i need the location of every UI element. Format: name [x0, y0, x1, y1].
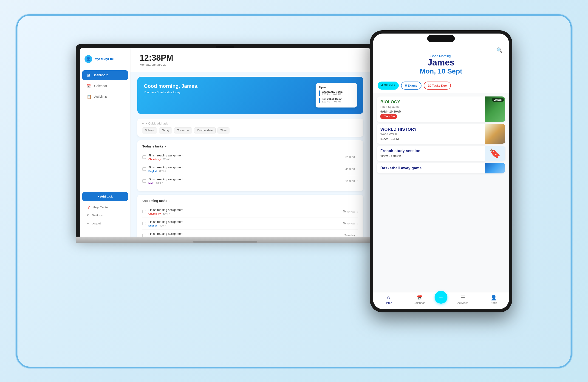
top-bar: 12:38PM Monday, January 29	[130, 48, 370, 72]
history-image	[485, 124, 505, 144]
basketball-content: Basketball away game	[377, 163, 485, 173]
phone-body: 🔍 Good Morning! James Mon, 10 Sept 4 Cla…	[370, 30, 512, 312]
search-icon[interactable]: 🔍	[379, 47, 503, 53]
upcoming-tasks-header: Upcoming tasks ›	[142, 199, 358, 203]
activities-icon: 📋	[87, 95, 91, 99]
task-arrow-u3: ›	[357, 233, 358, 237]
table-row: Finish reading assignment Chemistry 80%↗…	[142, 151, 358, 163]
task-checkbox-2[interactable]	[142, 167, 146, 171]
main-scroll: Good morning, James. You have 3 tasks du…	[130, 72, 370, 237]
stat-tasks-label: 10 Tasks Due	[428, 84, 447, 87]
list-item[interactable]: French study session 12PM - 1.30PM 🔖	[377, 146, 505, 161]
task-progress-1: 80%↗	[163, 158, 170, 161]
task-subject-u2: English	[148, 224, 158, 227]
phone-name: James	[379, 58, 503, 67]
biology-content: BIOLOGY Plant Systems 9AM - 10.30AM 1 Ta…	[377, 96, 485, 122]
upcoming-tasks-section: Upcoming tasks › Finish reading assignme…	[137, 195, 363, 237]
quick-add-input[interactable]: + + Quick add task	[142, 122, 359, 125]
scene: 👤 MyStudyLife ⊞ Dashboard 📅 Calendar	[76, 30, 512, 352]
task-subject-2: English	[148, 170, 158, 172]
biology-time: 9AM - 10.30AM	[380, 110, 481, 113]
settings-label: Settings	[92, 214, 103, 217]
add-task-button[interactable]: + Add task	[82, 192, 128, 201]
phone-nav-profile[interactable]: 👤 Profile	[478, 295, 509, 305]
task-time-2: 4:00PM	[345, 168, 355, 171]
tag-custom-date[interactable]: Custom date	[194, 127, 216, 133]
laptop-base	[76, 237, 374, 243]
french-content: French study session 12PM - 1.30PM	[377, 146, 485, 161]
up-next-card: Up next Geography Exam 4:00 PM - 3:00 PM…	[315, 83, 357, 107]
phone: 🔍 Good Morning! James Mon, 10 Sept 4 Cla…	[370, 30, 512, 312]
laptop-screen-outer: 👤 MyStudyLife ⊞ Dashboard 📅 Calendar	[76, 44, 374, 237]
task-progress-3: 80%↗	[156, 182, 163, 185]
tag-time[interactable]: Time	[217, 127, 230, 133]
stat-tasks[interactable]: 10 Tasks Due	[424, 82, 451, 90]
sidebar-item-calendar[interactable]: 📅 Calendar	[82, 81, 128, 91]
task-arrow-u1: ›	[357, 210, 358, 213]
up-next-title-2: Basketball Game	[322, 98, 353, 100]
phone-bottom-nav: ⌂ Home 📅 Calendar + ☰ Activities	[373, 292, 509, 309]
up-next-item-2: Basketball Game 6:00 PM - 7:00 PM	[319, 98, 353, 103]
task-checkbox-u3[interactable]	[142, 233, 146, 237]
phone-notch	[427, 35, 455, 42]
sidebar-item-activities[interactable]: 📋 Activities	[82, 92, 128, 102]
french-subject: French study session	[380, 149, 481, 153]
biology-topic: Plant Systems	[380, 105, 481, 108]
task-subject-u1: Chemistry	[148, 212, 161, 215]
task-meta-u2: English 80%↗	[148, 224, 341, 227]
phone-nav-activities[interactable]: ☰ Activities	[447, 295, 478, 305]
laptop-screen: 👤 MyStudyLife ⊞ Dashboard 📅 Calendar	[80, 48, 370, 237]
basketball-bg	[485, 163, 505, 173]
task-checkbox-1[interactable]	[142, 155, 146, 159]
list-item[interactable]: Basketball away game	[377, 163, 505, 173]
task-time-3: 6:00PM	[345, 179, 355, 183]
task-meta-1: Chemistry 80%↗	[148, 158, 343, 161]
sidebar-dashboard-label: Dashboard	[93, 73, 108, 77]
basketball-subject: Basketball away game	[380, 166, 481, 170]
list-item[interactable]: WORLD HISTORY World War II 11AM - 12PM	[377, 124, 505, 144]
task-time-1: 3:00PM	[345, 155, 355, 159]
tag-tomorrow[interactable]: Tomorrow	[174, 127, 192, 133]
task-arrow-3: ›	[357, 179, 358, 183]
table-row: Finish reading assignment Math 80%↗ 6:00…	[142, 175, 358, 187]
history-subject: WORLD HISTORY	[380, 127, 481, 132]
phone-fab-add[interactable]: +	[435, 291, 447, 304]
phone-nav-home[interactable]: ⌂ Home	[373, 295, 404, 305]
tag-subject[interactable]: Subject	[142, 127, 157, 133]
table-row: Finish reading assignment Chemistry 80%↗…	[142, 206, 358, 218]
task-arrow-2: ›	[357, 167, 358, 171]
phone-home-label: Home	[385, 301, 392, 305]
calendar-icon: 📅	[87, 84, 91, 88]
task-checkbox-3[interactable]	[142, 179, 146, 183]
sidebar-item-dashboard[interactable]: ⊞ Dashboard	[82, 70, 128, 80]
today-tasks-header: Today's tasks ›	[142, 145, 358, 148]
stat-classes[interactable]: 4 Classes	[378, 82, 399, 90]
task-checkbox-u2[interactable]	[142, 222, 146, 225]
basketball-image	[485, 163, 505, 173]
schedule-list: BIOLOGY Plant Systems 9AM - 10.30AM 1 Ta…	[373, 93, 509, 292]
today-tasks-label: Today's tasks	[142, 145, 163, 148]
task-meta-u1: Chemistry 80%↗	[148, 212, 341, 215]
logout-item[interactable]: ↪ Logout	[82, 219, 128, 227]
logo-text: MyStudyLife	[95, 57, 114, 61]
quick-add-tags: Subject Today Tomorrow Custom date Time	[142, 127, 359, 133]
list-item[interactable]: BIOLOGY Plant Systems 9AM - 10.30AM 1 Ta…	[377, 96, 505, 122]
settings-item[interactable]: ⚙ Settings	[82, 211, 128, 219]
task-checkbox-u1[interactable]	[142, 210, 146, 213]
phone-screen: 🔍 Good Morning! James Mon, 10 Sept 4 Cla…	[373, 34, 509, 309]
outer-frame: 👤 MyStudyLife ⊞ Dashboard 📅 Calendar	[16, 14, 572, 368]
task-info-u1: Finish reading assignment Chemistry 80%↗	[148, 208, 341, 215]
phone-nav-calendar[interactable]: 📅 Calendar	[404, 295, 435, 305]
welcome-subtext: You have 3 tasks due today.	[144, 90, 198, 94]
phone-profile-label: Profile	[490, 301, 498, 305]
stats-row: 4 Classes 5 Exams 10 Tasks Due	[373, 78, 509, 93]
tag-today[interactable]: Today	[159, 127, 172, 133]
welcome-text: Good morning, James. You have 3 tasks du…	[144, 83, 198, 94]
main-content: 12:38PM Monday, January 29 Good morning,…	[130, 48, 370, 237]
task-info-2: Finish reading assignment English 80%↗	[148, 166, 343, 173]
task-name-u1: Finish reading assignment	[148, 208, 341, 212]
help-center-item[interactable]: ❓ Help Center	[82, 203, 128, 211]
stat-exams[interactable]: 5 Exams	[401, 82, 421, 90]
laptop: 👤 MyStudyLife ⊞ Dashboard 📅 Calendar	[76, 44, 374, 243]
welcome-card: Good morning, James. You have 3 tasks du…	[137, 77, 363, 114]
